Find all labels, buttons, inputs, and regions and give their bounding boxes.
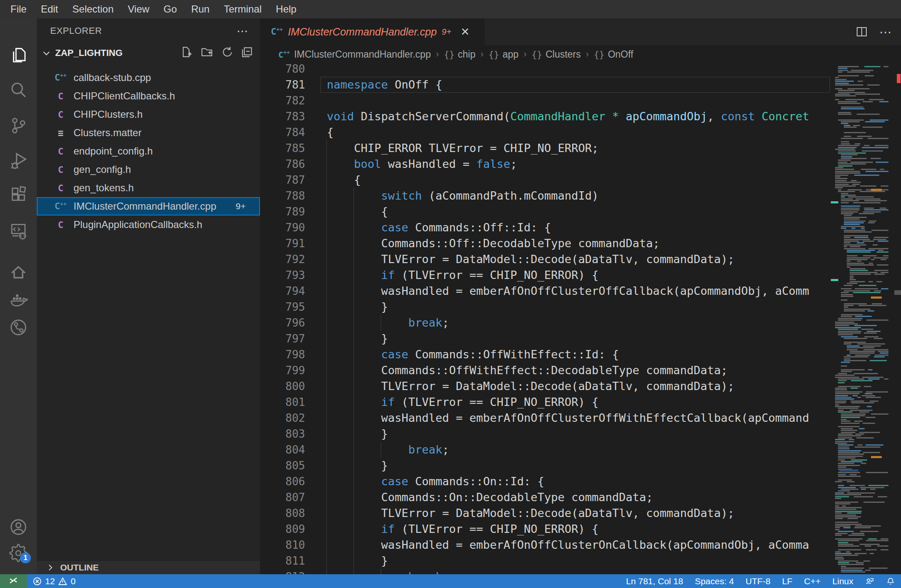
menu-edit[interactable]: Edit — [34, 0, 65, 18]
line-number: 792 — [260, 251, 305, 267]
breadcrumb-separator: › — [481, 49, 484, 60]
line-number: 803 — [260, 426, 305, 442]
line-text: Commands::On::DecodableType commandData; — [327, 489, 653, 505]
overview-ruler[interactable] — [894, 63, 901, 574]
outline-section[interactable]: OUTLINE — [37, 560, 260, 574]
new-file-icon[interactable] — [181, 46, 193, 60]
more-actions-icon[interactable]: ⋯ — [879, 25, 893, 39]
file-item-imclustercommandhandler-cpp[interactable]: C++IMClusterCommandHandler.cpp9+ — [37, 197, 260, 215]
activity-bar: 1 — [0, 18, 37, 574]
file-item-chipclusters-h[interactable]: CCHIPClusters.h — [37, 105, 260, 124]
remote-indicator[interactable] — [0, 574, 27, 588]
feedback-item[interactable] — [859, 574, 880, 588]
breadcrumb-separator: › — [436, 49, 439, 60]
breadcrumb-item[interactable]: {}chip — [444, 49, 476, 60]
indentation[interactable]: Spaces: 4 — [689, 574, 740, 588]
source-control-icon[interactable] — [0, 108, 37, 143]
file-tree: C++callback-stub.cppCCHIPClientCallbacks… — [37, 68, 260, 234]
indent-guide — [326, 140, 327, 574]
c-file-icon: C — [53, 220, 68, 230]
file-item-pluginapplicationcallbacks-h[interactable]: CPluginApplicationCallbacks.h — [37, 215, 260, 234]
menu-help[interactable]: Help — [269, 0, 303, 18]
line-text: { — [327, 172, 361, 188]
views-more-icon[interactable]: ⋯ — [237, 24, 249, 38]
matter-file-icon: ≡ — [53, 128, 68, 138]
collapse-all-icon[interactable] — [241, 46, 253, 60]
remote-explorer-icon[interactable] — [0, 213, 37, 248]
line-text: Commands::Off::DecodableType commandData… — [327, 236, 660, 251]
line-number: 810 — [260, 537, 305, 553]
home-icon[interactable] — [0, 259, 37, 286]
line-text: CHIP_ERROR TLVError = CHIP_NO_ERROR; — [327, 140, 598, 156]
breadcrumb-item[interactable]: {}app — [489, 49, 519, 60]
breadcrumb-separator: › — [524, 49, 527, 60]
code-line-793: 793 if (TLVError == CHIP_NO_ERROR) { — [260, 267, 831, 283]
search-icon[interactable] — [0, 73, 37, 108]
problems-indicator[interactable]: 12 0 — [27, 574, 81, 588]
remote-os[interactable]: Linux — [827, 574, 859, 588]
minimap[interactable] — [831, 63, 894, 574]
code-line-796: 796 break; — [260, 315, 831, 331]
file-name: Clusters.matter — [74, 127, 142, 139]
file-item-endpoint-config-h[interactable]: Cendpoint_config.h — [37, 142, 260, 160]
settings-icon[interactable]: 1 — [0, 539, 37, 567]
line-number: 806 — [260, 474, 305, 489]
editor-actions: ⋯ — [855, 18, 893, 45]
folder-section-header[interactable]: ZAP_LIGHTING — [37, 43, 260, 63]
code-line-786: 786 bool wasHandled = false; — [260, 156, 831, 172]
line-number: 794 — [260, 283, 305, 299]
line-number: 795 — [260, 299, 305, 315]
code-line-780: 780 — [260, 63, 831, 77]
line-number: 811 — [260, 553, 305, 569]
menu-go[interactable]: Go — [156, 0, 184, 18]
file-name: CHIPClusters.h — [74, 109, 143, 120]
new-folder-icon[interactable] — [201, 46, 213, 60]
file-item-clusters-matter[interactable]: ≡Clusters.matter — [37, 124, 260, 142]
code-line-807: 807 Commands::On::DecodableType commandD… — [260, 489, 831, 505]
encoding[interactable]: UTF-8 — [740, 574, 776, 588]
section-actions — [181, 43, 253, 63]
explorer-icon[interactable] — [0, 38, 37, 73]
line-text: Commands::OffWithEffect::DecodableType c… — [327, 362, 728, 378]
close-icon[interactable]: ✕ — [461, 25, 470, 38]
split-editor-icon[interactable] — [855, 25, 868, 38]
menu-view[interactable]: View — [121, 0, 157, 18]
breadcrumb-item[interactable]: {}OnOff — [594, 49, 633, 60]
code-editor[interactable]: 780781namespace OnOff {782783void Dispat… — [260, 63, 901, 574]
menu-run[interactable]: Run — [184, 0, 216, 18]
refresh-icon[interactable] — [221, 46, 233, 60]
line-number: 791 — [260, 236, 305, 251]
notifications-item[interactable] — [880, 574, 901, 588]
menu-file[interactable]: File — [3, 0, 34, 18]
menu-terminal[interactable]: Terminal — [216, 0, 269, 18]
cursor-position[interactable]: Ln 781, Col 18 — [620, 574, 689, 588]
code-line-805: 805 } — [260, 458, 831, 474]
file-item-chipclientcallbacks-h[interactable]: CCHIPClientCallbacks.h — [37, 87, 260, 105]
tab-imclustercommandhandler[interactable]: C++ IMClusterCommandHandler.cpp 9+ ✕ — [260, 18, 485, 45]
run-and-debug-icon[interactable] — [0, 143, 37, 178]
breadcrumb-item[interactable]: {}Clusters — [532, 49, 581, 60]
menu-selection[interactable]: Selection — [65, 0, 121, 18]
file-name: PluginApplicationCallbacks.h — [74, 219, 202, 231]
file-item-gen-config-h[interactable]: Cgen_config.h — [37, 160, 260, 179]
breadcrumb-item[interactable]: C++IMClusterCommandHandler.cpp — [278, 49, 431, 60]
line-number: 780 — [260, 63, 305, 77]
remote-icon — [8, 576, 18, 586]
line-text: } — [327, 553, 388, 569]
file-item-gen-tokens-h[interactable]: Cgen_tokens.h — [37, 179, 260, 197]
docker-icon[interactable] — [0, 286, 37, 314]
line-number: 781 — [260, 77, 305, 93]
symbol-namespace-icon: {} — [532, 50, 542, 60]
eol[interactable]: LF — [776, 574, 799, 588]
line-number: 793 — [260, 267, 305, 283]
language-mode[interactable]: C++ — [798, 574, 827, 588]
line-number: 800 — [260, 378, 305, 394]
line-text: } — [327, 331, 388, 347]
code-line-783: 783void DispatchServerCommand(CommandHan… — [260, 109, 831, 124]
extensions-icon[interactable] — [0, 178, 37, 213]
symbol-namespace-icon: {} — [489, 50, 499, 60]
line-text: } — [327, 299, 388, 315]
file-item-callback-stub-cpp[interactable]: C++callback-stub.cpp — [37, 68, 260, 87]
accounts-icon[interactable] — [0, 513, 37, 541]
git-graph-icon[interactable] — [0, 314, 37, 341]
